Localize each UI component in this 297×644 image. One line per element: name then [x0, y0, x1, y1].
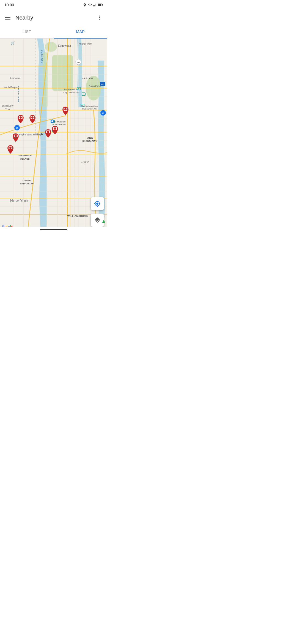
svg-text:LONG: LONG	[86, 137, 93, 140]
svg-text:NEW YORK: NEW YORK	[41, 50, 43, 63]
svg-text:Randall's I...: Randall's I...	[89, 85, 101, 87]
signal-status-icon	[93, 3, 97, 7]
svg-rect-6	[102, 4, 103, 6]
battery-status-icon	[98, 3, 103, 7]
svg-text:87: 87	[101, 83, 104, 86]
svg-point-7	[99, 16, 100, 17]
svg-rect-2	[95, 4, 95, 7]
tab-map[interactable]: Map	[54, 25, 107, 38]
svg-text:9A: 9A	[77, 61, 80, 64]
svg-text:21: 21	[102, 112, 104, 114]
svg-text:West New: West New	[2, 105, 13, 107]
location-status-icon	[83, 3, 87, 7]
svg-rect-1	[94, 5, 95, 6]
svg-text:HARLEM: HARLEM	[82, 77, 93, 80]
svg-rect-12	[52, 55, 73, 91]
svg-point-115	[9, 147, 12, 149]
map-view[interactable]: Rucker Park Edgewater NEW YORK 9A Fairvi…	[0, 39, 107, 232]
svg-text:Museum of Art: Museum of Art	[82, 108, 97, 110]
svg-text:Rucker Park: Rucker Park	[78, 42, 92, 45]
svg-point-97	[64, 108, 67, 110]
wifi-status-icon	[88, 3, 92, 7]
tab-bar: List Map	[0, 25, 107, 39]
status-icons	[83, 3, 103, 7]
svg-point-9	[99, 19, 100, 20]
svg-point-109	[47, 131, 49, 133]
navigation-bar	[0, 227, 107, 232]
app-bar: Nearby	[0, 10, 107, 25]
my-location-button[interactable]	[91, 197, 104, 210]
svg-text:Fairview: Fairview	[10, 77, 20, 80]
svg-point-100	[31, 116, 34, 119]
svg-text:MANHATTAN: MANHATTAN	[20, 182, 34, 185]
svg-text:New York: New York	[10, 198, 29, 203]
nav-arrow-icon: ▲	[101, 218, 106, 224]
svg-text:GREENWICH: GREENWICH	[18, 154, 32, 157]
svg-text:🏛: 🏛	[78, 88, 79, 90]
svg-text:of Modern Art: of Modern Art	[53, 123, 66, 126]
svg-text:🛒: 🛒	[11, 41, 15, 45]
overflow-menu-button[interactable]	[94, 12, 105, 23]
page-title: Nearby	[15, 15, 94, 21]
hamburger-icon	[5, 16, 10, 20]
svg-text:♟: ♟	[40, 132, 43, 135]
svg-text:WILLIAMSBURG: WILLIAMSBURG	[67, 215, 88, 217]
svg-text:City of New York: City of New York	[64, 91, 80, 94]
svg-point-106	[54, 127, 56, 130]
layers-icon	[94, 217, 101, 223]
svg-point-8	[99, 17, 100, 18]
status-time: 10:00	[4, 3, 14, 7]
svg-text:York: York	[5, 108, 10, 111]
svg-point-112	[15, 135, 17, 137]
svg-rect-5	[98, 4, 101, 6]
nav-indicator	[40, 229, 67, 230]
svg-text:ISLAND CITY: ISLAND CITY	[82, 140, 97, 143]
svg-text:Empire State Building: Empire State Building	[18, 133, 41, 136]
svg-rect-0	[93, 5, 94, 6]
svg-text:19: 19	[16, 127, 18, 129]
svg-text:LOWER: LOWER	[23, 179, 31, 182]
svg-text:North Bergen: North Bergen	[4, 86, 18, 89]
svg-text:Edgewater: Edgewater	[58, 44, 71, 47]
more-vert-icon	[97, 15, 102, 20]
svg-text:Museum of the: Museum of the	[64, 88, 79, 91]
status-bar: 10:00	[0, 0, 107, 10]
location-icon	[94, 200, 101, 207]
menu-button[interactable]	[2, 12, 13, 23]
tab-list[interactable]: List	[0, 25, 54, 38]
svg-point-103	[20, 116, 22, 119]
svg-rect-3	[96, 4, 96, 6]
svg-point-117	[51, 120, 53, 122]
svg-text:VILLAGE: VILLAGE	[20, 158, 30, 160]
